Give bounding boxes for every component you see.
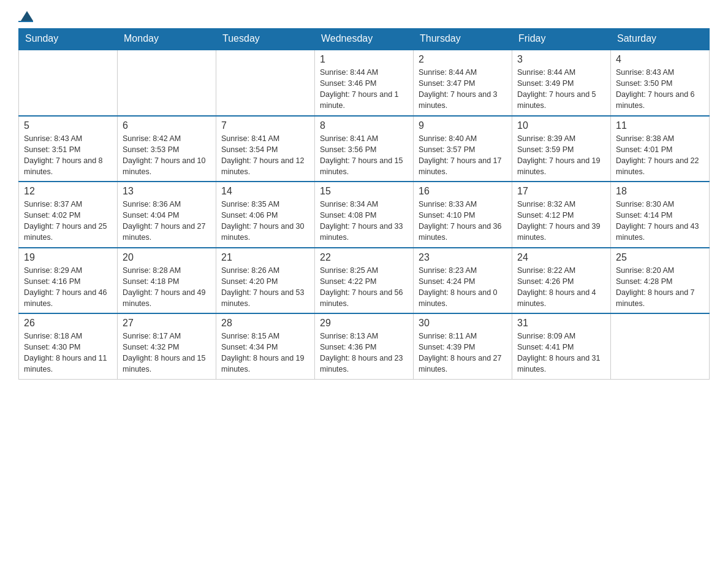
calendar-cell: 28Sunrise: 8:15 AMSunset: 4:34 PMDayligh…	[216, 313, 315, 379]
logo	[18, 12, 33, 22]
calendar-cell	[611, 313, 710, 379]
day-info: Sunrise: 8:11 AMSunset: 4:39 PMDaylight:…	[419, 331, 507, 375]
calendar-cell: 21Sunrise: 8:26 AMSunset: 4:20 PMDayligh…	[216, 248, 315, 314]
day-number: 9	[419, 120, 507, 131]
day-number: 18	[616, 186, 704, 197]
day-info: Sunrise: 8:44 AMSunset: 3:49 PMDaylight:…	[517, 67, 605, 112]
calendar-cell: 2Sunrise: 8:44 AMSunset: 3:47 PMDaylight…	[414, 50, 512, 116]
day-info: Sunrise: 8:34 AMSunset: 4:08 PMDaylight:…	[320, 199, 408, 243]
day-number: 6	[123, 120, 211, 131]
calendar-cell: 14Sunrise: 8:35 AMSunset: 4:06 PMDayligh…	[216, 182, 315, 248]
calendar-cell: 23Sunrise: 8:23 AMSunset: 4:24 PMDayligh…	[414, 248, 512, 314]
day-info: Sunrise: 8:39 AMSunset: 3:59 PMDaylight:…	[517, 133, 605, 178]
calendar-cell: 16Sunrise: 8:33 AMSunset: 4:10 PMDayligh…	[414, 182, 512, 248]
day-info: Sunrise: 8:13 AMSunset: 4:36 PMDaylight:…	[320, 331, 408, 375]
day-of-week-header: Thursday	[414, 28, 512, 50]
day-number: 10	[517, 120, 605, 131]
day-info: Sunrise: 8:17 AMSunset: 4:32 PMDaylight:…	[123, 331, 211, 375]
day-number: 26	[24, 318, 112, 329]
day-number: 21	[221, 252, 309, 263]
day-of-week-header: Sunday	[19, 28, 118, 50]
page-header	[18, 12, 710, 22]
day-info: Sunrise: 8:18 AMSunset: 4:30 PMDaylight:…	[24, 331, 112, 375]
calendar-cell: 24Sunrise: 8:22 AMSunset: 4:26 PMDayligh…	[512, 248, 611, 314]
calendar-cell: 12Sunrise: 8:37 AMSunset: 4:02 PMDayligh…	[19, 182, 118, 248]
day-number: 23	[419, 252, 507, 263]
calendar-cell: 5Sunrise: 8:43 AMSunset: 3:51 PMDaylight…	[19, 116, 118, 182]
calendar-cell: 18Sunrise: 8:30 AMSunset: 4:14 PMDayligh…	[611, 182, 710, 248]
day-info: Sunrise: 8:40 AMSunset: 3:57 PMDaylight:…	[419, 133, 507, 178]
day-info: Sunrise: 8:15 AMSunset: 4:34 PMDaylight:…	[221, 331, 309, 375]
day-info: Sunrise: 8:41 AMSunset: 3:56 PMDaylight:…	[320, 133, 408, 178]
day-number: 30	[419, 318, 507, 329]
day-number: 8	[320, 120, 408, 131]
day-number: 14	[221, 186, 309, 197]
calendar-cell: 31Sunrise: 8:09 AMSunset: 4:41 PMDayligh…	[512, 313, 611, 379]
day-number: 31	[517, 318, 605, 329]
day-info: Sunrise: 8:23 AMSunset: 4:24 PMDaylight:…	[419, 265, 507, 310]
day-number: 17	[517, 186, 605, 197]
calendar-cell	[216, 50, 315, 116]
day-info: Sunrise: 8:30 AMSunset: 4:14 PMDaylight:…	[616, 199, 704, 243]
day-info: Sunrise: 8:25 AMSunset: 4:22 PMDaylight:…	[320, 265, 408, 310]
day-number: 7	[221, 120, 309, 131]
day-info: Sunrise: 8:20 AMSunset: 4:28 PMDaylight:…	[616, 265, 704, 310]
calendar-cell: 11Sunrise: 8:38 AMSunset: 4:01 PMDayligh…	[611, 116, 710, 182]
day-number: 16	[419, 186, 507, 197]
day-info: Sunrise: 8:41 AMSunset: 3:54 PMDaylight:…	[221, 133, 309, 178]
day-number: 4	[616, 54, 704, 65]
calendar-cell: 25Sunrise: 8:20 AMSunset: 4:28 PMDayligh…	[611, 248, 710, 314]
calendar-header: SundayMondayTuesdayWednesdayThursdayFrid…	[19, 28, 710, 50]
calendar-cell: 3Sunrise: 8:44 AMSunset: 3:49 PMDaylight…	[512, 50, 611, 116]
day-info: Sunrise: 8:09 AMSunset: 4:41 PMDaylight:…	[517, 331, 605, 375]
calendar-week-row: 12Sunrise: 8:37 AMSunset: 4:02 PMDayligh…	[19, 182, 710, 248]
day-number: 1	[320, 54, 408, 65]
day-info: Sunrise: 8:42 AMSunset: 3:53 PMDaylight:…	[123, 133, 211, 178]
calendar-cell: 10Sunrise: 8:39 AMSunset: 3:59 PMDayligh…	[512, 116, 611, 182]
day-info: Sunrise: 8:33 AMSunset: 4:10 PMDaylight:…	[419, 199, 507, 243]
day-info: Sunrise: 8:32 AMSunset: 4:12 PMDaylight:…	[517, 199, 605, 243]
calendar-cell: 20Sunrise: 8:28 AMSunset: 4:18 PMDayligh…	[118, 248, 216, 314]
day-number: 3	[517, 54, 605, 65]
day-info: Sunrise: 8:44 AMSunset: 3:46 PMDaylight:…	[320, 67, 408, 112]
day-number: 19	[24, 252, 112, 263]
day-info: Sunrise: 8:29 AMSunset: 4:16 PMDaylight:…	[24, 265, 112, 310]
day-info: Sunrise: 8:36 AMSunset: 4:04 PMDaylight:…	[123, 199, 211, 243]
calendar-cell: 9Sunrise: 8:40 AMSunset: 3:57 PMDaylight…	[414, 116, 512, 182]
calendar-cell: 27Sunrise: 8:17 AMSunset: 4:32 PMDayligh…	[118, 313, 216, 379]
day-info: Sunrise: 8:35 AMSunset: 4:06 PMDaylight:…	[221, 199, 309, 243]
calendar-cell: 13Sunrise: 8:36 AMSunset: 4:04 PMDayligh…	[118, 182, 216, 248]
day-number: 12	[24, 186, 112, 197]
calendar-week-row: 19Sunrise: 8:29 AMSunset: 4:16 PMDayligh…	[19, 248, 710, 314]
day-info: Sunrise: 8:43 AMSunset: 3:50 PMDaylight:…	[616, 67, 704, 112]
day-info: Sunrise: 8:38 AMSunset: 4:01 PMDaylight:…	[616, 133, 704, 178]
calendar-table: SundayMondayTuesdayWednesdayThursdayFrid…	[18, 28, 710, 380]
day-number: 24	[517, 252, 605, 263]
calendar-week-row: 1Sunrise: 8:44 AMSunset: 3:46 PMDaylight…	[19, 50, 710, 116]
day-number: 5	[24, 120, 112, 131]
day-number: 28	[221, 318, 309, 329]
calendar-cell: 6Sunrise: 8:42 AMSunset: 3:53 PMDaylight…	[118, 116, 216, 182]
calendar-cell: 17Sunrise: 8:32 AMSunset: 4:12 PMDayligh…	[512, 182, 611, 248]
calendar-cell: 7Sunrise: 8:41 AMSunset: 3:54 PMDaylight…	[216, 116, 315, 182]
logo-underline	[18, 21, 33, 22]
calendar-cell: 4Sunrise: 8:43 AMSunset: 3:50 PMDaylight…	[611, 50, 710, 116]
day-number: 22	[320, 252, 408, 263]
day-number: 29	[320, 318, 408, 329]
calendar-cell: 15Sunrise: 8:34 AMSunset: 4:08 PMDayligh…	[315, 182, 414, 248]
calendar-cell	[118, 50, 216, 116]
day-of-week-header: Friday	[512, 28, 611, 50]
day-info: Sunrise: 8:43 AMSunset: 3:51 PMDaylight:…	[24, 133, 112, 178]
calendar-cell: 30Sunrise: 8:11 AMSunset: 4:39 PMDayligh…	[414, 313, 512, 379]
day-info: Sunrise: 8:22 AMSunset: 4:26 PMDaylight:…	[517, 265, 605, 310]
logo-triangle-icon	[21, 11, 33, 21]
day-of-week-header: Wednesday	[315, 28, 414, 50]
day-of-week-header: Tuesday	[216, 28, 315, 50]
day-number: 15	[320, 186, 408, 197]
day-number: 11	[616, 120, 704, 131]
calendar-week-row: 26Sunrise: 8:18 AMSunset: 4:30 PMDayligh…	[19, 313, 710, 379]
day-number: 20	[123, 252, 211, 263]
day-info: Sunrise: 8:28 AMSunset: 4:18 PMDaylight:…	[123, 265, 211, 310]
day-of-week-header: Saturday	[611, 28, 710, 50]
day-number: 25	[616, 252, 704, 263]
